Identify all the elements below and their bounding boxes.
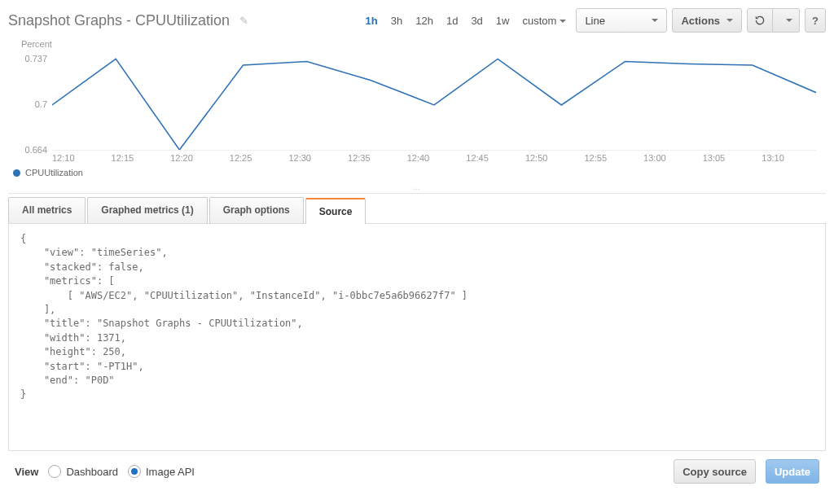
chart-xtick: 12:25 — [230, 153, 289, 163]
chart-type-value: Line — [585, 15, 605, 27]
range-custom[interactable]: custom — [517, 13, 571, 28]
actions-label: Actions — [681, 15, 720, 27]
chart-type-select[interactable]: Line — [576, 8, 667, 33]
chart-y-axis-label: Percent — [21, 39, 821, 49]
refresh-menu-button[interactable] — [773, 8, 800, 33]
radio-icon — [48, 465, 61, 478]
resize-handle-icon[interactable]: … — [8, 182, 826, 191]
chart-xtick: 13:10 — [762, 153, 821, 163]
chevron-down-icon — [652, 19, 658, 25]
radio-icon — [128, 465, 141, 478]
refresh-icon — [754, 15, 766, 26]
chart-xtick: 12:15 — [112, 153, 171, 163]
range-1h[interactable]: 1h — [361, 13, 383, 28]
copy-source-button[interactable]: Copy source — [674, 459, 756, 484]
view-label: View — [15, 466, 38, 478]
chart-ytick: 0.737 — [13, 54, 47, 64]
chart-xtick: 12:55 — [584, 153, 643, 163]
chart-xtick: 13:00 — [643, 153, 703, 163]
help-button[interactable]: ? — [805, 8, 826, 33]
legend-swatch — [13, 169, 20, 177]
tab-graphed-metrics[interactable]: Graphed metrics (1) — [87, 197, 207, 223]
range-1d[interactable]: 1d — [441, 13, 463, 28]
chart-ytick: 0.7 — [13, 99, 47, 109]
range-3h[interactable]: 3h — [386, 13, 407, 28]
update-button[interactable]: Update — [766, 459, 819, 484]
source-json: { "view": "timeSeries", "stacked": false… — [20, 232, 814, 402]
chart-xtick: 13:05 — [703, 153, 762, 163]
chart-xtick: 12:35 — [348, 153, 407, 163]
chart-xtick: 12:30 — [288, 153, 348, 163]
chart-xtick: 12:10 — [52, 153, 112, 163]
actions-button[interactable]: Actions — [672, 8, 742, 33]
view-radio-dashboard[interactable]: Dashboard — [48, 465, 118, 478]
tab-source[interactable]: Source — [305, 198, 367, 224]
help-icon: ? — [812, 15, 819, 27]
chart-ytick: 0.664 — [13, 145, 47, 155]
range-3d[interactable]: 3d — [466, 13, 487, 28]
page-title: Snapshot Graphs - CPUUtilization — [8, 12, 230, 29]
tab-bar: All metrics Graphed metrics (1) Graph op… — [8, 197, 826, 224]
range-12h[interactable]: 12h — [410, 13, 438, 28]
chevron-down-icon — [786, 19, 792, 25]
chart-xtick: 12:50 — [525, 153, 585, 163]
legend-series-label: CPUUtilization — [25, 168, 83, 177]
view-radio-image-api[interactable]: Image API — [128, 465, 195, 478]
chart-line — [52, 49, 816, 150]
chart-xtick: 12:20 — [170, 153, 230, 163]
chart-xtick: 12:40 — [407, 153, 467, 163]
chart-xtick: 12:45 — [466, 153, 525, 163]
range-1w[interactable]: 1w — [491, 13, 515, 28]
time-range-picker: 1h 3h 12h 1d 3d 1w custom — [361, 13, 572, 28]
source-editor[interactable]: { "view": "timeSeries", "stacked": false… — [8, 224, 826, 451]
tab-all-metrics[interactable]: All metrics — [8, 197, 86, 223]
edit-title-icon[interactable]: ✎ — [239, 15, 248, 27]
chart-x-ticks: 12:1012:1512:2012:2512:3012:3512:4012:45… — [52, 153, 821, 163]
refresh-button[interactable] — [747, 8, 773, 33]
radio-label: Dashboard — [66, 466, 118, 478]
radio-label: Image API — [146, 466, 195, 478]
tab-graph-options[interactable]: Graph options — [209, 197, 304, 223]
divider — [8, 193, 826, 194]
chart: Percent 0.737 0.7 0.664 12:1012:1512:201… — [13, 39, 821, 177]
chevron-down-icon — [726, 19, 733, 25]
